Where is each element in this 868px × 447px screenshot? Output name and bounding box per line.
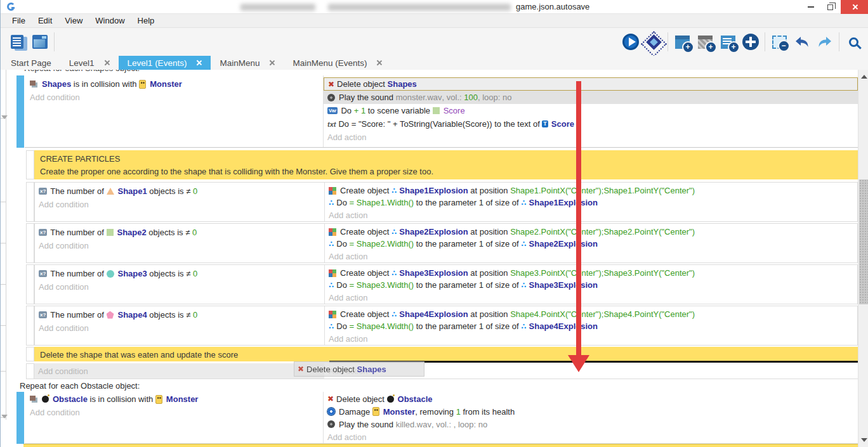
menu-window[interactable]: Window (89, 14, 131, 28)
debug-button[interactable] (642, 30, 665, 54)
action-row[interactable]: Create object ∴Shape4Explosion at positi… (325, 308, 857, 320)
scrollbar-thumb[interactable] (859, 179, 868, 304)
tab-close-icon[interactable] (376, 60, 382, 66)
redo-button[interactable] (813, 30, 836, 54)
repeat-shapes-header[interactable]: Repeat for each Shapes object: (24, 70, 405, 75)
undo-button[interactable] (791, 30, 813, 54)
text-segment: Shapes (42, 79, 71, 89)
add-action-button[interactable]: Add action (325, 209, 857, 221)
add-action-button[interactable]: Add action (324, 431, 858, 443)
action-row[interactable]: ∴Do = Shape4.Width() to the parameter 1 … (325, 320, 857, 332)
add-condition-button[interactable]: Add condition (25, 406, 323, 419)
action-row[interactable]: Create object ∴Shape1Explosion at positi… (325, 185, 857, 197)
add-condition-button[interactable]: Add condition (35, 280, 324, 294)
dragged-action-ghost[interactable]: ✖Delete object Shapes (294, 361, 424, 377)
action-row[interactable]: ∴Do = Shape1.Width() to the parameter 1 … (325, 197, 857, 209)
tab-close-icon[interactable] (103, 60, 110, 66)
tab-level1[interactable]: Level1 (60, 56, 119, 70)
text-segment: Shape2 (117, 228, 147, 237)
menu-help[interactable]: Help (131, 14, 161, 28)
comment-create-particles[interactable]: CREATE PARTICLES Create the proper one a… (34, 150, 858, 179)
comment-partial[interactable] (23, 444, 858, 447)
action-row-selected[interactable]: ✖Delete object Shapes (324, 77, 858, 91)
scroll-down-icon[interactable] (861, 438, 867, 442)
action-row[interactable]: ✖Delete object Obstacle (324, 392, 858, 405)
add-condition-button[interactable]: Add condition (35, 239, 324, 252)
repeat-obstacle-header[interactable]: Repeat for each Obstacle object: (20, 381, 140, 391)
scene-editor-button[interactable] (29, 30, 51, 54)
text-segment: Play the sound (339, 93, 396, 102)
tab-start-page[interactable]: Start Page (2, 56, 60, 70)
event-shape1: x?The number of Shape1 objects is ≠ 0 Ad… (34, 182, 858, 222)
add-condition-button[interactable]: Add condition (25, 91, 323, 104)
collapse-arrow-icon[interactable] (1, 415, 8, 418)
add-action-button[interactable]: Add action (324, 131, 858, 144)
delete-selection-button[interactable] (768, 30, 791, 54)
minimize-button[interactable] (801, 0, 820, 14)
add-other-event-button[interactable] (739, 30, 762, 54)
conditions-cell: Obstacle is in collision with Monster Ad… (25, 392, 324, 443)
redo-icon (816, 34, 834, 49)
action-row[interactable]: txtDo = "Score: " + ToString(Variable(Sc… (324, 117, 858, 131)
particle-icon: ∴ (521, 322, 526, 331)
vertical-scrollbar[interactable] (858, 70, 868, 447)
menu-file[interactable]: File (6, 14, 32, 28)
project-manager-button[interactable] (6, 30, 29, 54)
add-sub-event-button[interactable] (694, 30, 716, 54)
condition-row[interactable]: x?The number of Shape1 objects is ≠ 0 (35, 185, 324, 198)
collapse-arrow-icon[interactable] (1, 115, 8, 119)
add-event-button[interactable] (671, 30, 694, 54)
menu-edit[interactable]: Edit (32, 14, 58, 28)
add-condition-button[interactable]: Add condition (35, 198, 324, 211)
text-segment: The number of (50, 228, 106, 237)
search-button[interactable] (842, 30, 865, 54)
condition-row[interactable]: x?The number of Shape4 objects is ≠ 0 (35, 308, 324, 321)
condition-row[interactable]: Shapes is in collision with Monster (25, 77, 323, 91)
add-action-button[interactable]: Add action (325, 250, 857, 262)
text-segment: is in collision with (88, 394, 155, 404)
tab-close-icon[interactable] (195, 60, 202, 66)
tab-label: Start Page (11, 58, 51, 68)
add-condition-button[interactable]: Add condition (35, 321, 324, 335)
preview-play-button[interactable] (619, 30, 642, 54)
add-action-button[interactable]: Add action (325, 292, 857, 304)
action-row[interactable]: Play the sound killed.wav, vol.: , loop:… (324, 418, 858, 431)
condition-row[interactable]: Obstacle is in collision with Monster (25, 392, 323, 406)
text-segment: to the parameter 1 of size of (414, 280, 521, 290)
action-row[interactable]: ∴Do = Shape2.Width() to the parameter 1 … (325, 238, 857, 250)
text-segment: Create object (340, 309, 391, 319)
tab-mainmenu[interactable]: MainMenu (211, 56, 284, 70)
delete-icon: ✖ (298, 365, 304, 373)
tab-level1-events[interactable]: Level1 (Events) (119, 56, 211, 70)
action-row[interactable]: Create object ∴Shape3Explosion at positi… (325, 267, 857, 279)
add-action-button[interactable]: Add action (325, 333, 857, 345)
event-repeat-shapes: Shapes is in collision with Monster Add … (25, 75, 858, 148)
add-comment-button[interactable] (716, 30, 739, 54)
text-segment: no (503, 93, 511, 102)
scroll-up-icon[interactable] (861, 75, 867, 79)
text-segment: Create object (340, 268, 391, 278)
add-condition-button[interactable]: Add condition (34, 363, 324, 379)
action-row[interactable]: ∴Do = Shape3.Width() to the parameter 1 … (325, 279, 857, 291)
tab-mainmenu-events[interactable]: MainMenu (Events) (284, 56, 391, 70)
condition-row[interactable]: x?The number of Shape2 objects is ≠ 0 (35, 226, 324, 239)
tree-connector (1, 284, 6, 285)
title-bar: game.json.autosave (1, 0, 868, 14)
create-object-icon (329, 269, 332, 273)
action-row[interactable]: Create object ∴Shape2Explosion at positi… (325, 226, 857, 238)
comment-delete-shape[interactable]: Delete the shape that was eaten and upda… (34, 347, 858, 361)
action-row[interactable]: Play the sound monster.wav, vol.: 100, l… (324, 91, 858, 104)
restore-button[interactable] (820, 0, 839, 14)
menu-view[interactable]: View (58, 14, 89, 28)
text-segment: Shape3.PointX("Center");Shape3.PointY("C… (510, 268, 695, 278)
event-empty: Add condition Add action (34, 363, 858, 379)
create-object-icon (329, 228, 332, 232)
text-segment: Damage (339, 407, 372, 417)
tab-close-icon[interactable] (268, 60, 275, 66)
action-row[interactable]: Damage Monster, removing 1 from its heal… (324, 405, 858, 418)
action-row[interactable]: VarDo + 1 to scene variable Score (324, 104, 858, 117)
close-button[interactable] (841, 0, 868, 14)
text-segment: = Shape4.Width() (350, 321, 414, 331)
conditions-cell: x?The number of Shape1 objects is ≠ 0 Ad… (35, 183, 325, 221)
condition-row[interactable]: x?The number of Shape3 objects is ≠ 0 (35, 267, 324, 280)
